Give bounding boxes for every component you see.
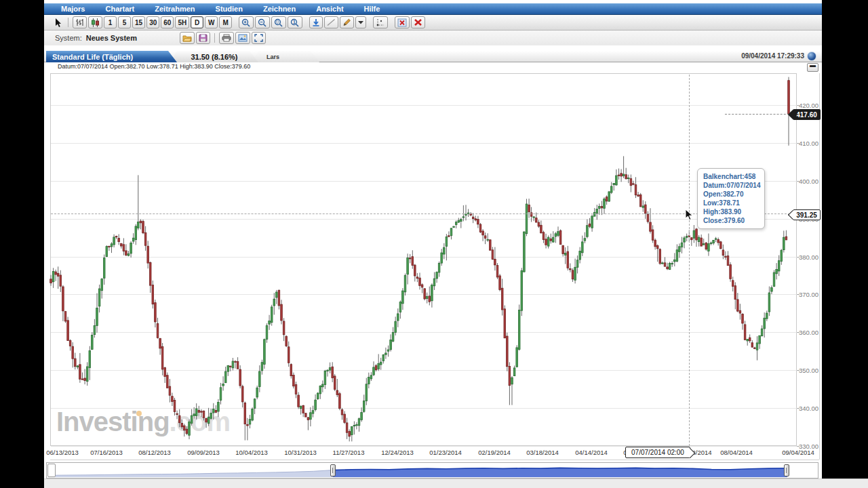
x-tick-label: 08/04/2014	[720, 449, 753, 456]
gridline	[51, 370, 797, 371]
x-tick-label: 12/24/2013	[381, 449, 414, 456]
ohlc-info-line: Datum:07/07/2014 Open:382.70 Low:378.71 …	[58, 63, 250, 70]
minimize-chart-button[interactable]: ▬	[807, 63, 818, 72]
menu-item-ansicht[interactable]: Ansicht	[306, 5, 353, 13]
watermark: Investing.com	[56, 407, 230, 437]
pencil-dropdown-button[interactable]	[355, 16, 366, 28]
timeframe-button-m[interactable]: M	[219, 16, 232, 28]
zoom-in-button[interactable]	[239, 16, 254, 28]
clock-timestamp: 09/04/2014 17:29:33	[741, 52, 804, 60]
toolbar-separator	[68, 18, 68, 27]
x-tick-label: 10/04/2013	[235, 449, 268, 456]
plot-area[interactable]	[50, 73, 797, 446]
timeframe-buttons: 151530605HDWM	[103, 16, 233, 28]
ohlc-tooltip: Balkenchart:458Datum:07/07/2014Open:382.…	[697, 168, 765, 229]
y-tick-label: 400.00	[798, 178, 818, 185]
gridline	[51, 143, 797, 144]
x-tick-label: 10/31/2013	[284, 449, 317, 456]
x-tick-label: 02/19/2014	[478, 449, 511, 456]
fullscreen-button[interactable]	[252, 32, 266, 44]
tab-symbol-label: Standard Life (Täglich)	[52, 53, 133, 61]
zoom-area-button[interactable]	[271, 16, 286, 28]
timeframe-button-w[interactable]: W	[205, 16, 218, 28]
open-folder-button[interactable]	[180, 32, 195, 44]
y-tick-label: 350.00	[798, 367, 818, 374]
tooltip-line: Datum:07/07/2014	[703, 181, 759, 190]
pencil-button[interactable]	[340, 16, 354, 28]
crosshair-price-tag: 391.25	[793, 209, 821, 220]
x-tick-label: 08/12/2013	[138, 449, 171, 456]
zoom-out-button[interactable]	[255, 16, 270, 28]
timeframe-button-15[interactable]: 15	[132, 16, 145, 28]
navigator-handle-right[interactable]	[784, 464, 789, 476]
save-button[interactable]	[196, 32, 210, 44]
axis-pointer-button[interactable]	[373, 16, 388, 28]
tab-symbol[interactable]: Standard Life (Täglich)	[46, 51, 177, 62]
timeframe-button-60[interactable]: 60	[161, 16, 174, 28]
gridline	[51, 294, 797, 295]
x-tick-label: 01/23/2014	[429, 449, 462, 456]
range-navigator[interactable]	[46, 462, 818, 479]
chart-type-candles-button[interactable]	[88, 16, 102, 28]
crosshair-vertical-line	[689, 75, 690, 446]
y-tick-label: 360.00	[798, 329, 818, 336]
cursor-tool-icon[interactable]	[54, 18, 62, 28]
navigator-left-box[interactable]	[47, 464, 56, 477]
crosshair-date-tag: 07/07/2014 02:00	[625, 447, 690, 458]
last-price-tag: 417.60	[793, 109, 821, 120]
image-button[interactable]	[235, 32, 250, 44]
tooltip-line: Low:378.71	[703, 199, 759, 207]
y-tick-label: 410.00	[798, 140, 818, 147]
menu-item-chartart[interactable]: Chartart	[95, 5, 144, 13]
tab-row: Standard Life (Täglich) 31.50 (8.16%) La…	[44, 51, 822, 62]
clock-icon	[807, 52, 816, 61]
x-tick-label: 09/09/2013	[187, 449, 220, 456]
print-button[interactable]	[219, 32, 234, 44]
x-tick-label: 09/04/2014	[782, 449, 814, 456]
mouse-cursor-icon	[684, 209, 695, 221]
menu-item-hilfe[interactable]: Hilfe	[354, 5, 391, 13]
x-tick-label: 11/27/2013	[333, 449, 365, 456]
timeframe-button-5h[interactable]: 5H	[175, 16, 189, 28]
system-bar: System: Neues System	[44, 30, 822, 45]
tooltip-line: Close:379.60	[703, 216, 759, 225]
menu-item-studien[interactable]: Studien	[205, 5, 253, 13]
gridline	[51, 332, 797, 333]
svg-text:1: 1	[293, 20, 296, 24]
download-button[interactable]	[309, 16, 323, 28]
tab-user[interactable]: Lars	[252, 51, 319, 62]
application-window: MajorsChartartZeitrahmenStudienZeichnenA…	[44, 0, 822, 479]
tab-change[interactable]: 31.50 (8.16%)	[170, 51, 258, 62]
toolbar: 151530605HDWM 1	[44, 15, 822, 30]
tooltip-line: Open:382.70	[703, 190, 759, 199]
tooltip-line: Balkenchart:458	[703, 172, 759, 181]
delete-all-button[interactable]	[411, 16, 425, 28]
gridline	[51, 181, 797, 182]
chart-type-bars-button[interactable]	[73, 16, 87, 28]
y-tick-label: 380.00	[798, 253, 818, 261]
timeframe-button-d[interactable]: D	[191, 16, 203, 28]
change-value: 31.50 (8.16%)	[191, 53, 237, 61]
x-tick-label: 06/13/2013	[46, 449, 79, 456]
x-tick-label: 04/14/2014	[575, 449, 608, 456]
menu-item-zeichnen[interactable]: Zeichnen	[253, 5, 306, 13]
menu-item-majors[interactable]: Majors	[51, 5, 95, 13]
watermark-com: .com	[170, 407, 230, 436]
watermark-dot	[136, 411, 142, 416]
y-tick-label: 370.00	[798, 291, 818, 298]
gridline	[51, 257, 797, 258]
zoom-reset-button[interactable]: 1	[288, 16, 302, 28]
axis-divider-vertical	[819, 73, 820, 460]
timeframe-button-5[interactable]: 5	[118, 16, 131, 28]
navigator-handle-left[interactable]	[330, 464, 336, 476]
user-label: Lars	[267, 54, 279, 60]
menu-item-zeitrahmen[interactable]: Zeitrahmen	[144, 5, 205, 13]
timeframe-button-1[interactable]: 1	[104, 16, 117, 28]
system-label: System:	[55, 34, 82, 42]
last-price-dashed-line	[725, 114, 793, 115]
bottom-strip	[44, 479, 868, 488]
timeframe-button-30[interactable]: 30	[146, 16, 159, 28]
trendline-button[interactable]	[324, 16, 338, 28]
y-tick-label: 340.00	[798, 405, 818, 412]
delete-selection-button[interactable]	[395, 16, 410, 28]
